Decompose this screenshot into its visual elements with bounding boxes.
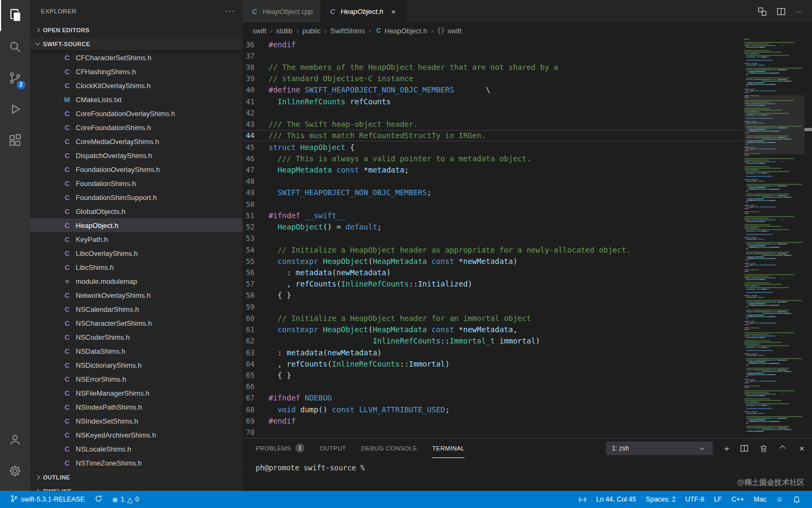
feedback-smiley-icon[interactable]: ☺ [771, 491, 788, 508]
code-line-66[interactable]: 66 [243, 381, 742, 392]
file-row-FoundationShimSupport.h[interactable]: CFoundationShimSupport.h [30, 190, 243, 204]
code-line-47[interactable]: 47 HeapMetadata const *metadata; [243, 164, 742, 175]
file-row-NSCalendarShims.h[interactable]: CNSCalendarShims.h [30, 302, 243, 316]
file-row-NSKeyedArchiverShims.h[interactable]: CNSKeyedArchiverShims.h [30, 428, 243, 442]
code-line-57[interactable]: 57 , refCounts(InlineRefCounts::Initiali… [243, 278, 742, 290]
terminal-output[interactable]: ph@promote swift-source % [243, 458, 812, 472]
tab-heapobject-h[interactable]: C HeapObject.h × [321, 0, 407, 23]
kill-terminal-trash-icon[interactable] [759, 444, 768, 453]
file-row-NSCharacterSetShims.h[interactable]: CNSCharacterSetShims.h [30, 316, 243, 330]
minimap-slider[interactable] [744, 95, 804, 154]
code-line-61[interactable]: 61 constexpr HeapObject(HeapMetadata con… [243, 324, 742, 335]
code-line-54[interactable]: 54 // Initialize a HeapObject header as … [243, 244, 742, 255]
new-terminal-icon[interactable]: + [724, 444, 729, 453]
code-line-51[interactable]: 51#ifndef __swift__ [243, 210, 742, 221]
panel-tab-terminal[interactable]: TERMINAL [432, 439, 465, 458]
file-row-NSIndexSetShims.h[interactable]: CNSIndexSetShims.h [30, 414, 243, 428]
code-line-42[interactable]: 42 [243, 107, 742, 118]
activitybar-run-debug[interactable] [0, 94, 30, 125]
open-editors-section[interactable]: OPEN EDITORS [30, 23, 243, 37]
activitybar-extensions[interactable] [0, 125, 30, 156]
timeline-section[interactable]: TIMELINE [30, 484, 243, 491]
file-row-HeapObject.h[interactable]: CHeapObject.h [30, 218, 243, 232]
code-line-65[interactable]: 65 { } [243, 369, 742, 381]
code-line-50[interactable]: 50 [243, 198, 742, 210]
file-row-NSCoderShims.h[interactable]: CNSCoderShims.h [30, 330, 243, 344]
problems-status[interactable]: ⊗ 1 △ 0 [107, 491, 144, 508]
code-line-67[interactable]: 67#ifndef NDEBUG [243, 392, 742, 404]
close-panel-icon[interactable]: × [799, 444, 804, 453]
code-line-55[interactable]: 55 constexpr HeapObject(HeapMetadata con… [243, 255, 742, 267]
panel-tab-output[interactable]: OUTPUT [320, 439, 346, 458]
language-mode[interactable]: C++ [727, 491, 749, 508]
editor-scrollbar[interactable] [804, 39, 812, 438]
breadcrumb-item-SwiftShims[interactable]: SwiftShims [330, 27, 365, 35]
code-line-38[interactable]: 38// The members of the HeapObject heade… [243, 61, 742, 73]
code-line-44[interactable]: 44/// This must match RefCountedStructTy… [243, 130, 742, 141]
cursor-position[interactable]: Ln 44, Col 45 [591, 491, 641, 508]
code-line-43[interactable]: 43/// The Swift heap-object header. [243, 119, 742, 130]
encoding-setting[interactable]: UTF-8 [680, 491, 709, 508]
file-row-CFCharacterSetShims.h[interactable]: CCFCharacterSetShims.h [30, 51, 243, 65]
file-row-NSTimeZoneShims.h[interactable]: CNSTimeZoneShims.h [30, 456, 243, 470]
code-line-46[interactable]: 46 /// This is always a valid pointer to… [243, 153, 742, 164]
code-line-36[interactable]: 36#endif [243, 39, 742, 50]
code-editor[interactable]: 36#endif3738// The members of the HeapOb… [243, 39, 812, 438]
code-line-62[interactable]: 62 InlineRefCounts::Immortal_t immortal) [243, 335, 742, 347]
panel-tab-debug-console[interactable]: DEBUG CONSOLE [361, 439, 417, 458]
code-line-52[interactable]: 52 HeapObject() = default; [243, 221, 742, 233]
breadcrumb-item-public[interactable]: public [302, 27, 321, 35]
breadcrumb-item-swift[interactable]: swift [252, 27, 266, 35]
file-row-NetworkOverlayShims.h[interactable]: CNetworkOverlayShims.h [30, 288, 243, 302]
panel-tab-problems[interactable]: PROBLEMS1 [256, 439, 305, 458]
notifications-bell-icon[interactable] [788, 491, 806, 508]
maximize-panel-icon[interactable] [779, 446, 788, 450]
file-row-NSErrorShims.h[interactable]: CNSErrorShims.h [30, 372, 243, 386]
indentation-setting[interactable]: Spaces: 2 [641, 491, 680, 508]
file-row-DispatchOverlayShims.h[interactable]: CDispatchOverlayShims.h [30, 148, 243, 162]
code-line-53[interactable]: 53 [243, 233, 742, 244]
tab-heapobject-cpp[interactable]: C HeapObject.cpp [243, 0, 321, 23]
broadcast-icon[interactable] [574, 491, 591, 508]
file-row-NSFileManagerShims.h[interactable]: CNSFileManagerShims.h [30, 386, 243, 400]
outline-section[interactable]: OUTLINE [30, 470, 243, 484]
breadcrumb-symbol[interactable]: swift [447, 27, 461, 35]
breadcrumb-file[interactable]: HeapObject.h [385, 27, 427, 35]
code-line-59[interactable]: 59 [243, 301, 742, 312]
folder-section-swift-source[interactable]: SWIFT-SOURCE [30, 37, 243, 51]
code-line-64[interactable]: 64 , refCounts(InlineRefCounts::Immortal… [243, 358, 742, 369]
file-row-KeyPath.h[interactable]: CKeyPath.h [30, 232, 243, 246]
file-row-CFHashingShims.h[interactable]: CCFHashingShims.h [30, 65, 243, 78]
code-line-69[interactable]: 69#endif [243, 415, 742, 426]
code-line-45[interactable]: 45struct HeapObject { [243, 141, 742, 153]
code-line-39[interactable]: 39// standard Objective-C instance [243, 73, 742, 84]
file-row-ClockKitOverlayShims.h[interactable]: CClockKitOverlayShims.h [30, 78, 243, 92]
explorer-more-actions-icon[interactable]: ··· [225, 9, 235, 14]
editor-more-actions-icon[interactable]: ··· [795, 8, 802, 16]
split-editor-icon[interactable] [777, 7, 786, 16]
file-row-FoundationOverlayShims.h[interactable]: CFoundationOverlayShims.h [30, 162, 243, 176]
close-tab-icon[interactable]: × [389, 7, 398, 16]
code-line-49[interactable]: 49 SWIFT_HEAPOBJECT_NON_OBJC_MEMBERS; [243, 187, 742, 198]
file-row-NSLocaleShims.h[interactable]: CNSLocaleShims.h [30, 442, 243, 456]
keymap-mode[interactable]: Mac [749, 491, 772, 508]
code-line-70[interactable]: 70 [243, 426, 742, 438]
breadcrumb-item-stdlib[interactable]: stdlib [276, 27, 292, 35]
file-row-NSDataShims.h[interactable]: CNSDataShims.h [30, 344, 243, 358]
file-row-NSDictionaryShims.h[interactable]: CNSDictionaryShims.h [30, 358, 243, 372]
code-line-40[interactable]: 40#define SWIFT_HEAPOBJECT_NON_OBJC_MEMB… [243, 84, 742, 96]
activitybar-explorer[interactable] [0, 0, 30, 31]
code-line-56[interactable]: 56 : metadata(newMetadata) [243, 267, 742, 278]
sync-changes-button[interactable] [90, 491, 107, 508]
code-line-58[interactable]: 58 { } [243, 290, 742, 301]
code-line-68[interactable]: 68 void dump() const LLVM_ATTRIBUTE_USED… [243, 404, 742, 415]
code-line-37[interactable]: 37 [243, 50, 742, 61]
git-branch-item[interactable]: swift-5.3.1-RELEASE [5, 491, 90, 508]
file-row-FoundationShims.h[interactable]: CFoundationShims.h [30, 176, 243, 190]
file-row-NSIndexPathShims.h[interactable]: CNSIndexPathShims.h [30, 400, 243, 414]
file-row-CMakeLists.txt[interactable]: MCMakeLists.txt [30, 92, 243, 106]
activitybar-settings[interactable] [0, 455, 30, 486]
activitybar-account[interactable] [0, 424, 30, 455]
file-row-GlobalObjects.h[interactable]: CGlobalObjects.h [30, 204, 243, 218]
code-line-48[interactable]: 48 [243, 176, 742, 187]
